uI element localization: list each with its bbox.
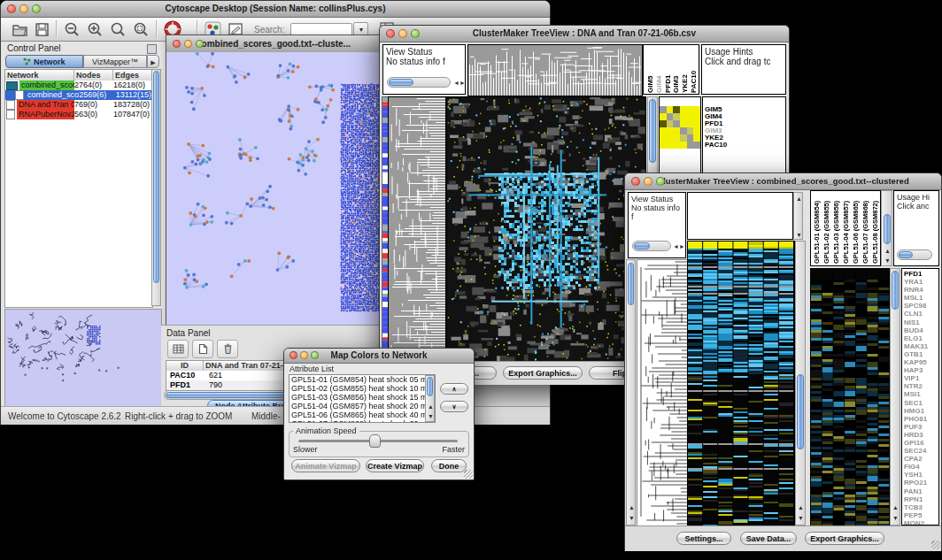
tv2-gene-label[interactable]: RPN1 bbox=[904, 495, 938, 503]
create-vizmap-button[interactable]: Create Vizmap bbox=[366, 459, 424, 472]
save-icon[interactable] bbox=[35, 22, 50, 37]
tv2-save-data-button[interactable]: Save Data... bbox=[740, 532, 797, 545]
tv2-gene-label[interactable]: GPI16 bbox=[904, 439, 938, 447]
tv2-gene-label[interactable]: PUF3 bbox=[904, 423, 938, 431]
tv1-zoom-matrix-cell[interactable] bbox=[660, 127, 667, 134]
tv2-atr-scroll-strip[interactable]: ▲ ▼ bbox=[793, 192, 803, 240]
tv2-gene-label[interactable]: PHO81 bbox=[904, 415, 938, 423]
tv1-zoom-matrix-cell[interactable] bbox=[667, 120, 674, 127]
tv1-zoom-matrix-cell[interactable] bbox=[673, 106, 680, 113]
tv2-column-label[interactable]: GPL51-01 (GSM854) bbox=[812, 193, 821, 264]
tv1-zoom-matrix-cell[interactable] bbox=[687, 106, 694, 113]
tv2-gene-label[interactable]: RPO21 bbox=[904, 479, 938, 487]
resize-grip[interactable] bbox=[464, 470, 473, 479]
scroll-up-icon[interactable]: ▲ bbox=[884, 248, 891, 254]
close-icon[interactable] bbox=[631, 177, 640, 186]
tv2-gene-label[interactable]: HRD3 bbox=[904, 431, 938, 439]
tv1-zoom-matrix-cell[interactable] bbox=[693, 142, 700, 149]
tv1-row-label[interactable]: PAC10 bbox=[705, 142, 785, 149]
tv1-zoom-matrix-cell[interactable] bbox=[687, 113, 694, 120]
scroll-up-icon[interactable]: ▲ bbox=[892, 504, 899, 510]
tv2-gene-label[interactable]: VIP1 bbox=[904, 374, 938, 382]
tv2-column-label[interactable]: GPL51-04 (GSM857) bbox=[841, 193, 850, 264]
tv2-column-labels-scrollbar[interactable]: ▲ ▼ bbox=[881, 190, 892, 266]
tv1-zoom-matrix-cell[interactable] bbox=[673, 127, 680, 134]
tv2-gene-list-scrollbar[interactable]: ▲ ▼ bbox=[890, 268, 900, 525]
tv2-gene-label[interactable]: PEP5 bbox=[904, 511, 938, 519]
tv2-gene-label[interactable]: GTB1 bbox=[904, 350, 938, 358]
tv2-gene-label[interactable]: NIS1 bbox=[904, 318, 938, 326]
tv2-gene-label[interactable]: TCB3 bbox=[904, 503, 938, 511]
tv2-left-scrollbar[interactable]: ▲ ▼ bbox=[626, 259, 636, 525]
tv1-zoom-matrix-cell[interactable] bbox=[660, 142, 667, 149]
tv1-zoom-matrix-cell[interactable] bbox=[680, 127, 687, 134]
tv2-column-label[interactable]: GPL51-03 (GSM856) bbox=[831, 193, 840, 264]
minimize-icon[interactable] bbox=[184, 40, 192, 48]
done-button[interactable]: Done bbox=[431, 459, 467, 472]
tv2-gene-label[interactable]: HMG1 bbox=[904, 407, 938, 415]
tv2-gene-label[interactable]: KAP95 bbox=[904, 358, 938, 366]
tv2-column-label[interactable]: GPL51-08 (GSM872) bbox=[870, 193, 879, 264]
attribute-list-item[interactable]: GPL51-01 (GSM854) heat shock 05 min bbox=[290, 375, 435, 384]
tv2-gene-label[interactable]: PAN1 bbox=[904, 487, 938, 495]
tv1-zoom-matrix-cell[interactable] bbox=[680, 134, 687, 142]
close-icon[interactable] bbox=[386, 29, 395, 38]
tv1-column-label[interactable]: PFD1 bbox=[663, 46, 671, 93]
tv2-gene-label[interactable]: YSH1 bbox=[904, 471, 938, 479]
scroll-up-icon[interactable]: ▲ bbox=[629, 504, 635, 510]
scroll-down-icon[interactable]: ▼ bbox=[798, 515, 804, 521]
scroll-right-icon[interactable]: ► bbox=[459, 80, 466, 86]
tv1-column-label[interactable]: GIM4 bbox=[654, 46, 662, 93]
resize-grip[interactable] bbox=[931, 541, 940, 549]
attribute-list-item[interactable]: GPL51-04 (GSM857) heat shock 20 min bbox=[290, 402, 435, 410]
slider-thumb[interactable] bbox=[369, 434, 381, 448]
tv2-gene-label[interactable]: NTR2 bbox=[904, 382, 938, 390]
zoom-window-button[interactable] bbox=[32, 4, 41, 13]
tv2-gene-label[interactable]: MON2 bbox=[904, 519, 938, 525]
tv1-zoom-matrix-cell[interactable] bbox=[673, 120, 680, 127]
table-view-button[interactable] bbox=[167, 340, 189, 358]
attribute-list-item[interactable]: GPL51-02 (GSM855) heat shock 10 min bbox=[290, 384, 435, 393]
tv2-heatmap[interactable] bbox=[687, 241, 795, 527]
network-canvas[interactable] bbox=[166, 52, 379, 326]
zoom-fit-icon[interactable] bbox=[110, 21, 127, 38]
tab-vizmapper[interactable]: VizMapper™ bbox=[83, 55, 147, 68]
attribute-list[interactable]: GPL51-01 (GSM854) heat shock 05 minGPL51… bbox=[289, 374, 436, 423]
tv1-zoom-matrix-cell[interactable] bbox=[667, 106, 674, 113]
zoom-out-icon[interactable] bbox=[64, 21, 81, 38]
tv2-settings-button[interactable]: Settings... bbox=[676, 532, 731, 545]
tv2-gene-label[interactable]: ELG1 bbox=[904, 334, 938, 342]
tv1-export-graphics-button[interactable]: Export Graphics... bbox=[503, 366, 583, 380]
scroll-down-icon[interactable]: ▼ bbox=[892, 515, 899, 521]
maximize-icon[interactable] bbox=[656, 177, 665, 186]
tv1-zoom-matrix-cell[interactable] bbox=[693, 120, 700, 127]
tv2-column-label[interactable]: GPL51-06 (GSM865) bbox=[851, 193, 860, 264]
tv2-row-dendrogram[interactable] bbox=[637, 259, 689, 527]
tv2-gene-label[interactable]: CLN1 bbox=[904, 310, 938, 318]
tv2-gene-label[interactable]: BUD4 bbox=[904, 326, 938, 334]
attribute-list-scrollbar[interactable]: ▲ ▼ bbox=[425, 375, 435, 422]
tv1-zoom-matrix-cell[interactable] bbox=[680, 120, 687, 127]
minimize-icon[interactable] bbox=[644, 177, 652, 186]
tv1-zoom-matrix-cell[interactable] bbox=[680, 106, 687, 113]
tv1-zoom-matrix-cell[interactable] bbox=[680, 142, 687, 149]
main-title-bar[interactable]: Cytoscape Desktop (Session Name: collins… bbox=[1, 1, 550, 18]
tv1-zoom-matrix[interactable] bbox=[660, 106, 700, 149]
network-table-row[interactable]: combined_scores2764(0)16218(0) bbox=[5, 81, 152, 90]
move-down-button[interactable]: ∨ bbox=[440, 401, 468, 412]
scroll-down-icon[interactable]: ▼ bbox=[796, 232, 802, 238]
float-panel-icon[interactable] bbox=[147, 44, 157, 54]
network-table-row[interactable]: DNA and Tran 07769(0)183728(0) bbox=[5, 100, 152, 110]
tv2-gene-label[interactable]: PFD1 bbox=[904, 270, 938, 278]
column-header-nodes[interactable]: Nodes bbox=[74, 70, 113, 81]
data-column-id[interactable]: ID bbox=[166, 361, 204, 371]
scroll-up-icon[interactable]: ▲ bbox=[796, 196, 802, 202]
animate-vizmap-button[interactable]: Animate Vizmap bbox=[291, 459, 360, 472]
attribute-list-item[interactable]: GPL51-06 (GSM865) heat shock 40 min bbox=[290, 410, 435, 419]
attribute-list-item[interactable]: GPL51-07 (GSM868) heat shock 60 min bbox=[290, 419, 435, 423]
network-table-row[interactable]: RNAPuberNov2+563(0)107847(0) bbox=[5, 110, 152, 119]
tv1-row-dendrogram[interactable] bbox=[388, 96, 446, 362]
delete-attribute-button[interactable] bbox=[217, 340, 238, 358]
close-button[interactable] bbox=[7, 4, 16, 13]
open-file-icon[interactable] bbox=[12, 22, 28, 37]
